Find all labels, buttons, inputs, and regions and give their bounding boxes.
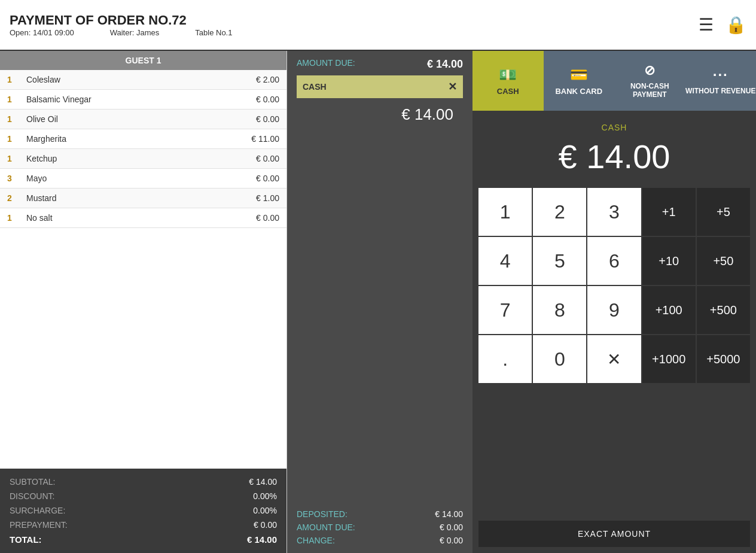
deposited-label: DEPOSITED: [297, 509, 347, 519]
item-name: Balsamic Vinegar [26, 95, 256, 104]
waiter-name: Waiter: James [110, 28, 160, 37]
header-meta: Open: 14/01 09:00 Waiter: James Table No… [10, 28, 699, 37]
main-content: GUEST 1 1 Coleslaw € 2.00 1 Balsamic Vin… [0, 51, 756, 553]
cash-amount-display: € 14.00 [297, 101, 463, 129]
table-row: 2 Mustard € 1.00 [0, 189, 286, 208]
deposited-section: DEPOSITED: € 14.00 AMOUNT DUE: € 0.00 CH… [287, 502, 472, 553]
bank-card-icon: 💳 [570, 66, 588, 83]
order-items-list: 1 Coleslaw € 2.00 1 Balsamic Vinegar € 0… [0, 70, 286, 469]
item-name: Olive Oil [26, 114, 256, 124]
menu-icon[interactable]: ☰ [699, 15, 714, 35]
quick-add-50[interactable]: +50 [697, 237, 750, 285]
quick-add-10[interactable]: +10 [642, 237, 696, 285]
item-price: € 0.00 [256, 114, 279, 124]
open-time: Open: 14/01 09:00 [10, 28, 74, 37]
cash-tag-close[interactable]: ✕ [448, 80, 457, 93]
item-qty: 1 [7, 134, 19, 144]
amount-due-value: € 14.00 [427, 58, 463, 71]
tab-cash-label: CASH [497, 87, 519, 96]
item-price: € 0.00 [256, 213, 279, 223]
quick-add-100[interactable]: +100 [642, 286, 696, 334]
table-row: 1 Ketchup € 0.00 [0, 149, 286, 169]
item-qty: 1 [7, 114, 19, 124]
item-price: € 2.00 [256, 75, 279, 84]
middle-panel: AMOUNT DUE: € 14.00 CASH ✕ € 14.00 DEPOS… [287, 51, 472, 553]
cash-tag-label: CASH [303, 82, 327, 92]
item-qty: 1 [7, 75, 19, 84]
quick-add-1[interactable]: +1 [642, 188, 696, 236]
table-row: 1 Coleslaw € 2.00 [0, 70, 286, 90]
table-row: 1 Olive Oil € 0.00 [0, 110, 286, 129]
tab-without-revenue[interactable]: ··· WITHOUT REVENUE [685, 51, 757, 111]
item-qty: 2 [7, 193, 19, 203]
table-row: 3 Mayo € 0.00 [0, 169, 286, 189]
tab-non-cash-label: NON-CASH PAYMENT [614, 82, 685, 99]
subtotal-label: SUBTOTAL: [10, 477, 56, 487]
lock-icon[interactable]: 🔒 [725, 15, 746, 35]
deposited-row: DEPOSITED: € 14.00 [297, 508, 463, 521]
numpad-backspace[interactable]: ✕ [587, 335, 641, 383]
quick-add-500[interactable]: +500 [697, 286, 750, 334]
discount-row: DISCOUNT: 0.00% [10, 489, 277, 503]
amount-due2-row: AMOUNT DUE: € 0.00 [297, 521, 463, 534]
item-price: € 1.00 [256, 193, 279, 203]
total-row: TOTAL: € 14.00 [10, 532, 277, 547]
non-cash-icon: ⊘ [644, 63, 655, 78]
prepayment-label: PREPAYMENT: [10, 520, 68, 530]
left-panel: GUEST 1 1 Coleslaw € 2.00 1 Balsamic Vin… [0, 51, 287, 553]
numpad-grid: 1 2 3 +1 +5 4 5 6 +10 +50 7 8 9 +100 +50… [478, 188, 750, 383]
numpad-7[interactable]: 7 [478, 286, 532, 334]
amount-due2-label: AMOUNT DUE: [297, 522, 355, 532]
numpad-0[interactable]: 0 [533, 335, 586, 383]
numpad-1[interactable]: 1 [478, 188, 532, 236]
item-qty: 1 [7, 95, 19, 104]
tab-non-cash[interactable]: ⊘ NON-CASH PAYMENT [614, 51, 685, 111]
guest-header: GUEST 1 [0, 51, 286, 70]
right-panel: 💵 CASH 💳 BANK CARD ⊘ NON-CASH PAYMENT ··… [472, 51, 756, 553]
item-price: € 0.00 [256, 174, 279, 183]
amount-due-label: AMOUNT DUE: [297, 58, 355, 71]
item-qty: 1 [7, 154, 19, 163]
payment-tabs: 💵 CASH 💳 BANK CARD ⊘ NON-CASH PAYMENT ··… [472, 51, 756, 111]
quick-add-5[interactable]: +5 [697, 188, 750, 236]
change-label: CHANGE: [297, 536, 335, 545]
item-price: € 11.00 [251, 134, 279, 144]
change-row: CHANGE: € 0.00 [297, 534, 463, 547]
numpad-6[interactable]: 6 [587, 237, 641, 285]
numpad-4[interactable]: 4 [478, 237, 532, 285]
deposited-value: € 14.00 [435, 509, 463, 519]
item-name: Mayo [26, 174, 256, 183]
discount-label: DISCOUNT: [10, 491, 54, 501]
numpad-8[interactable]: 8 [533, 286, 586, 334]
item-name: Margherita [26, 134, 251, 144]
order-summary: SUBTOTAL: € 14.00 DISCOUNT: 0.00% SURCHA… [0, 469, 286, 553]
amount-due2-value: € 0.00 [440, 522, 463, 532]
item-price: € 0.00 [256, 95, 279, 104]
item-name: No salt [26, 213, 256, 223]
amount-due-section: AMOUNT DUE: € 14.00 CASH ✕ € 14.00 [287, 51, 472, 136]
tab-bank-card-label: BANK CARD [555, 87, 602, 96]
quick-add-1000[interactable]: +1000 [642, 335, 696, 383]
tab-bank-card[interactable]: 💳 BANK CARD [544, 51, 615, 111]
exact-amount-button[interactable]: EXACT AMOUNT [478, 521, 750, 547]
numpad-9[interactable]: 9 [587, 286, 641, 334]
tab-cash[interactable]: 💵 CASH [472, 51, 544, 111]
numpad-2[interactable]: 2 [533, 188, 586, 236]
total-value: € 14.00 [247, 534, 277, 545]
prepayment-row: PREPAYMENT: € 0.00 [10, 518, 277, 532]
surcharge-row: SURCHARGE: 0.00% [10, 503, 277, 518]
cash-display-area: CASH € 14.00 [472, 111, 756, 188]
discount-value: 0.00% [253, 491, 277, 501]
change-value: € 0.00 [440, 536, 463, 545]
subtotal-value: € 14.00 [249, 477, 277, 487]
cash-panel-label: CASH [484, 123, 744, 132]
item-price: € 0.00 [256, 154, 279, 163]
cash-tag-row: CASH ✕ [297, 75, 463, 98]
header: PAYMENT OF ORDER NO.72 Open: 14/01 09:00… [0, 0, 756, 51]
quick-add-5000[interactable]: +5000 [697, 335, 750, 383]
page-title: PAYMENT OF ORDER NO.72 [10, 13, 699, 28]
numpad-dot[interactable]: . [478, 335, 532, 383]
numpad-5[interactable]: 5 [533, 237, 586, 285]
numpad-3[interactable]: 3 [587, 188, 641, 236]
surcharge-label: SURCHARGE: [10, 506, 65, 515]
